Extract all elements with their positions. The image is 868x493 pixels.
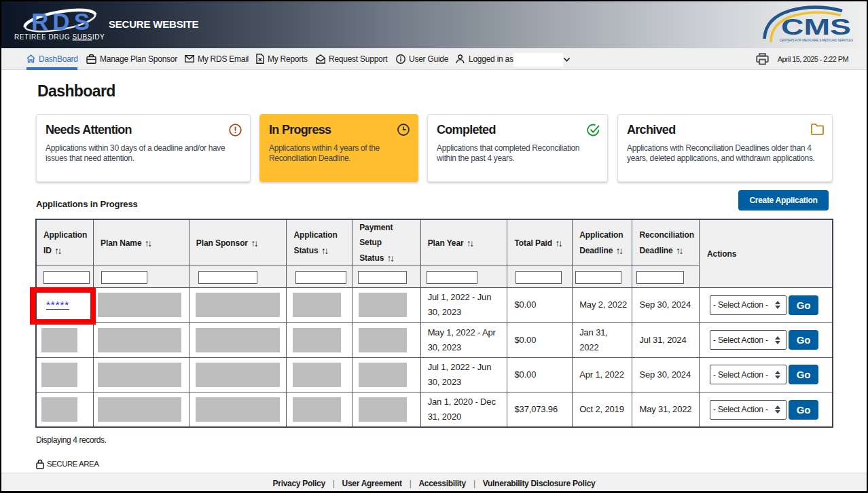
svg-text:CMS: CMS: [781, 14, 851, 39]
svg-text:CENTERS FOR MEDICARE & MEDICAI: CENTERS FOR MEDICARE & MEDICAID SERVICES: [780, 38, 853, 42]
svg-text:RETIREE DRUG SUBSIDY: RETIREE DRUG SUBSIDY: [14, 33, 105, 41]
svg-text:RDS: RDS: [31, 8, 90, 35]
